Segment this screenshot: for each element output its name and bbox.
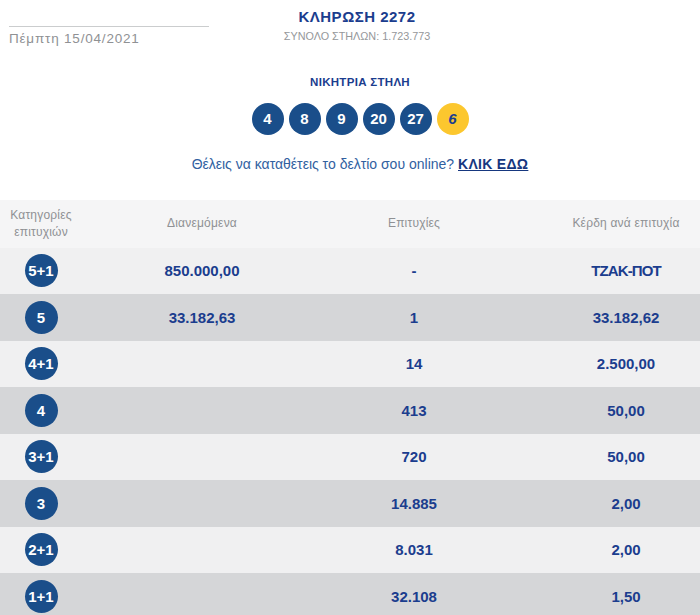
winning-number-ball: 8 bbox=[289, 103, 321, 135]
category-badge: 5 bbox=[25, 301, 58, 334]
winners-cell: 413 bbox=[304, 387, 524, 434]
prize-cell: 33.182,62 bbox=[516, 294, 700, 341]
category-badge: 2+1 bbox=[25, 533, 58, 566]
distributed-cell bbox=[92, 527, 312, 574]
table-row-1+1: 1+132.1081,50 bbox=[0, 573, 700, 615]
total-columns: ΣΥΝΟΛΟ ΣΤΗΛΩΝ: 1.723.773 bbox=[0, 30, 700, 42]
category-badge: 3+1 bbox=[25, 440, 58, 473]
winning-numbers: 48920276 bbox=[0, 103, 700, 135]
header-category: Κατηγορίες επιτυχιών bbox=[0, 200, 82, 248]
category-badge: 4+1 bbox=[25, 347, 58, 380]
joker-number-ball: 6 bbox=[437, 103, 469, 135]
category-cell: 3 bbox=[0, 480, 82, 527]
distributed-cell bbox=[92, 573, 312, 615]
category-cell: 2+1 bbox=[0, 527, 82, 574]
category-cell: 4 bbox=[0, 387, 82, 434]
prize-cell: 50,00 bbox=[516, 387, 700, 434]
draw-title: ΚΛΗΡΩΣΗ 2272 bbox=[0, 8, 700, 25]
winning-number-ball: 20 bbox=[363, 103, 395, 135]
winners-cell: 720 bbox=[304, 434, 524, 481]
table-row-4: 441350,00 bbox=[0, 387, 700, 434]
cta-question: Θέλεις να καταθέτεις το δελτίο σου onlin… bbox=[192, 156, 458, 172]
winners-cell: - bbox=[304, 248, 524, 295]
prize-cell: 2.500,00 bbox=[516, 341, 700, 388]
category-cell: 3+1 bbox=[0, 434, 82, 481]
category-cell: 5+1 bbox=[0, 248, 82, 295]
category-badge: 3 bbox=[25, 487, 58, 520]
winners-cell: 8.031 bbox=[304, 527, 524, 574]
prize-cell: 2,00 bbox=[516, 480, 700, 527]
prize-cell: 2,00 bbox=[516, 527, 700, 574]
prize-cell: 50,00 bbox=[516, 434, 700, 481]
prizes-table-body: 5+1850.000,00-ΤΖΑΚ-ΠΟΤ533.182,63133.182,… bbox=[0, 248, 700, 615]
cta-click-here-link[interactable]: ΚΛΙΚ ΕΔΩ bbox=[458, 156, 528, 172]
winners-cell: 14 bbox=[304, 341, 524, 388]
category-cell: 5 bbox=[0, 294, 82, 341]
table-row-4+1: 4+1142.500,00 bbox=[0, 341, 700, 388]
table-row-3+1: 3+172050,00 bbox=[0, 434, 700, 481]
header-winners: Επιτυχίες bbox=[304, 200, 524, 248]
distributed-cell: 33.182,63 bbox=[92, 294, 312, 341]
table-row-3: 314.8852,00 bbox=[0, 480, 700, 527]
category-cell: 4+1 bbox=[0, 341, 82, 388]
distributed-cell bbox=[92, 387, 312, 434]
joker-draw-results: Πέμπτη 15/04/2021 ΚΛΗΡΩΣΗ 2272 ΣΥΝΟΛΟ ΣΤ… bbox=[0, 0, 700, 615]
winning-column-heading: ΝΙΚΗΤΡΙΑ ΣΤΗΛΗ bbox=[0, 76, 700, 88]
prize-cell: ΤΖΑΚ-ΠΟΤ bbox=[516, 248, 700, 295]
header-distributed: Διανεμόμενα bbox=[92, 200, 312, 248]
winners-cell: 32.108 bbox=[304, 573, 524, 615]
table-row-5+1: 5+1850.000,00-ΤΖΑΚ-ΠΟΤ bbox=[0, 248, 700, 295]
category-badge: 1+1 bbox=[25, 580, 58, 613]
category-cell: 1+1 bbox=[0, 573, 82, 615]
table-row-2+1: 2+18.0312,00 bbox=[0, 527, 700, 574]
winning-number-ball: 9 bbox=[326, 103, 358, 135]
date-divider-line bbox=[9, 26, 209, 27]
prizes-table: Κατηγορίες επιτυχιών Διανεμόμενα Επιτυχί… bbox=[0, 200, 700, 615]
prizes-table-header: Κατηγορίες επιτυχιών Διανεμόμενα Επιτυχί… bbox=[0, 200, 700, 248]
distributed-cell bbox=[92, 434, 312, 481]
category-badge: 4 bbox=[25, 394, 58, 427]
header-prize: Κέρδη ανά επιτυχία bbox=[516, 200, 700, 248]
table-row-5: 533.182,63133.182,62 bbox=[0, 294, 700, 341]
distributed-cell bbox=[92, 341, 312, 388]
winning-number-ball: 4 bbox=[252, 103, 284, 135]
distributed-cell bbox=[92, 480, 312, 527]
winners-cell: 1 bbox=[304, 294, 524, 341]
prize-cell: 1,50 bbox=[516, 573, 700, 615]
winners-cell: 14.885 bbox=[304, 480, 524, 527]
category-badge: 5+1 bbox=[25, 254, 58, 287]
distributed-cell: 850.000,00 bbox=[92, 248, 312, 295]
cta-line: Θέλεις να καταθέτεις το δελτίο σου onlin… bbox=[0, 156, 700, 172]
winning-number-ball: 27 bbox=[400, 103, 432, 135]
